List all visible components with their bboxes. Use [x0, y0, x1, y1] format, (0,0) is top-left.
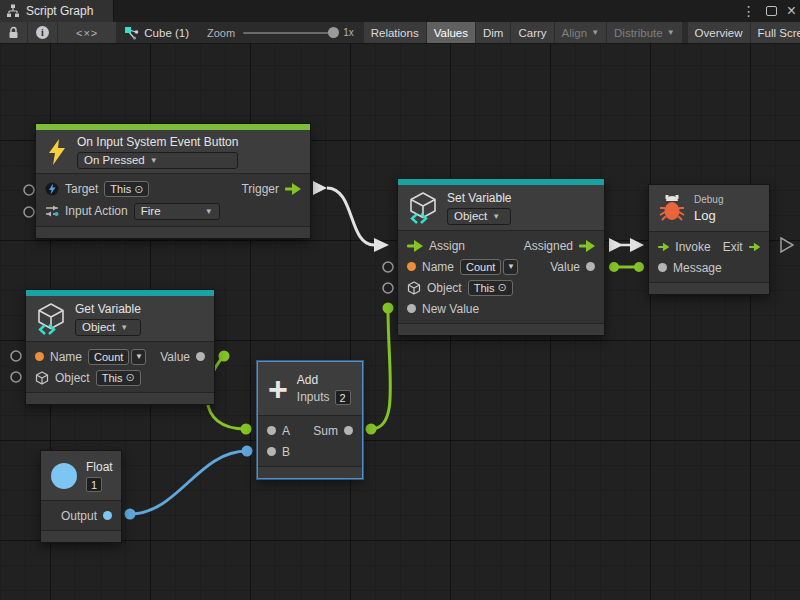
- value-input-port[interactable]: [35, 352, 44, 361]
- node-header[interactable]: Debug Log: [649, 185, 769, 232]
- variable-name-field[interactable]: Count ▼: [88, 349, 146, 365]
- node-title: Float: [86, 460, 113, 474]
- node-header[interactable]: Set Variable Object ▼: [398, 185, 604, 231]
- output-label: Output: [61, 509, 97, 523]
- input-system-icon: [45, 182, 59, 196]
- row-name: Name Count ▼ Value: [26, 346, 214, 367]
- graph-hierarchy-icon: [6, 4, 20, 18]
- value-output-port[interactable]: [344, 426, 353, 435]
- object-value-chip[interactable]: This ⊙: [96, 370, 141, 386]
- graph-context-icon: [124, 26, 140, 40]
- wire-sum-to-newvalue[interactable]: [366, 303, 394, 435]
- event-phase-dropdown[interactable]: On Pressed ▼: [77, 152, 238, 169]
- value-input-port[interactable]: [658, 263, 667, 272]
- flow-input-port[interactable]: [407, 240, 423, 252]
- port-inputaction-unconnected[interactable]: [24, 207, 34, 217]
- node-float[interactable]: Float 1 Output: [40, 450, 122, 543]
- flow-output-port[interactable]: [285, 183, 301, 195]
- input-action-dropdown[interactable]: Fire ▼: [134, 203, 220, 220]
- value-output-port[interactable]: [103, 511, 112, 520]
- title-bar: Script Graph ⋮ ×: [0, 0, 800, 22]
- wire-value-to-message[interactable]: [609, 262, 644, 272]
- flow-output-port[interactable]: [579, 240, 595, 252]
- b-label: B: [282, 445, 290, 459]
- node-set-variable[interactable]: Set Variable Object ▼ Assign Assigned: [397, 178, 605, 336]
- distribute-button[interactable]: Distribute▼: [607, 22, 682, 43]
- align-button[interactable]: Align▼: [555, 22, 607, 43]
- row-assign: Assign Assigned: [398, 235, 604, 256]
- close-icon[interactable]: ×: [787, 3, 796, 19]
- full-screen-button[interactable]: Full Screen: [751, 22, 800, 43]
- graph-context-button[interactable]: Cube (1): [117, 22, 196, 43]
- maximize-icon[interactable]: [766, 6, 777, 16]
- lightning-bolt-icon: [46, 138, 68, 166]
- value-input-port[interactable]: [267, 447, 276, 456]
- variable-name-field[interactable]: Count ▼: [460, 259, 518, 275]
- node-header[interactable]: Float 1: [41, 451, 121, 501]
- value-output-port[interactable]: [196, 352, 205, 361]
- wire-assigned-to-invoke[interactable]: [609, 238, 644, 252]
- node-title: Get Variable: [75, 302, 141, 316]
- input-action-label: Input Action: [65, 204, 128, 218]
- node-get-variable[interactable]: Get Variable Object ▼ Name Count ▼: [25, 289, 215, 405]
- node-add[interactable]: + Add Inputs 2 A Sum: [257, 361, 363, 479]
- float-value-field[interactable]: 1: [86, 477, 102, 492]
- port-setvar-name-unconnected[interactable]: [383, 262, 393, 272]
- relations-button[interactable]: Relations: [364, 22, 426, 43]
- port-setvar-object-unconnected[interactable]: [383, 283, 393, 293]
- dim-button[interactable]: Dim: [476, 22, 510, 43]
- tab-script-graph[interactable]: Script Graph: [0, 0, 114, 22]
- plus-icon: +: [268, 376, 288, 402]
- node-debug-log[interactable]: Debug Log Invoke Exit: [648, 184, 770, 295]
- row-output: Output: [41, 505, 121, 526]
- zoom-slider[interactable]: [243, 32, 335, 34]
- kebab-menu-icon[interactable]: ⋮: [742, 4, 756, 18]
- variable-scope-dropdown[interactable]: Object ▼: [447, 208, 511, 225]
- assigned-label: Assigned: [524, 239, 573, 253]
- value-input-port[interactable]: [407, 262, 416, 271]
- carry-button[interactable]: Carry: [511, 22, 553, 43]
- preview-code-button[interactable]: <×>: [58, 22, 116, 43]
- port-exit-unconnected[interactable]: [781, 238, 793, 252]
- lock-button[interactable]: [0, 22, 27, 43]
- tab-title: Script Graph: [26, 4, 93, 18]
- node-header[interactable]: On Input System Event Button On Pressed …: [36, 130, 310, 174]
- zoom-level: 1x: [343, 27, 354, 38]
- object-value-chip[interactable]: This ⊙: [468, 280, 513, 296]
- row-message: Message: [649, 257, 769, 278]
- wire-trigger-to-assign[interactable]: [313, 181, 389, 252]
- wire-float-to-b[interactable]: [125, 446, 253, 520]
- port-getvar-name-unconnected[interactable]: [11, 351, 21, 361]
- node-footer: [398, 323, 604, 335]
- graph-canvas[interactable]: On Input System Event Button On Pressed …: [0, 44, 800, 600]
- chevron-down-icon[interactable]: ▼: [131, 349, 146, 365]
- zoom-slider-handle[interactable]: [328, 27, 339, 38]
- target-value-chip[interactable]: This ⊙: [104, 181, 149, 197]
- code-brackets-icon: <×>: [76, 27, 98, 39]
- port-target-unconnected[interactable]: [24, 185, 34, 195]
- port-getvar-object-unconnected[interactable]: [11, 372, 21, 382]
- row-b: B: [258, 441, 362, 462]
- event-phase-value: On Pressed: [84, 154, 145, 166]
- chevron-down-icon[interactable]: ▼: [503, 259, 518, 275]
- variable-cube-icon: [36, 303, 66, 335]
- node-header[interactable]: + Add Inputs 2: [258, 362, 362, 416]
- node-on-input-system-event-button[interactable]: On Input System Event Button On Pressed …: [35, 123, 311, 239]
- target-value: This: [110, 183, 131, 195]
- value-input-port[interactable]: [267, 426, 276, 435]
- graph-context-label: Cube (1): [144, 27, 189, 39]
- inspect-button[interactable]: i: [28, 22, 57, 43]
- overview-button[interactable]: Overview: [688, 22, 750, 43]
- value-output-port[interactable]: [586, 262, 595, 271]
- exit-label: Exit: [723, 240, 743, 254]
- row-new-value: New Value: [398, 298, 604, 319]
- flow-input-port[interactable]: [658, 241, 669, 253]
- values-button[interactable]: Values: [427, 22, 475, 43]
- value-input-port[interactable]: [407, 304, 416, 313]
- variable-scope-dropdown[interactable]: Object ▼: [75, 319, 141, 336]
- flow-output-port[interactable]: [749, 241, 760, 253]
- variable-cube-icon: [408, 192, 438, 224]
- node-header[interactable]: Get Variable Object ▼: [26, 296, 214, 342]
- trigger-label: Trigger: [241, 182, 279, 196]
- inputs-count-field[interactable]: 2: [335, 390, 351, 405]
